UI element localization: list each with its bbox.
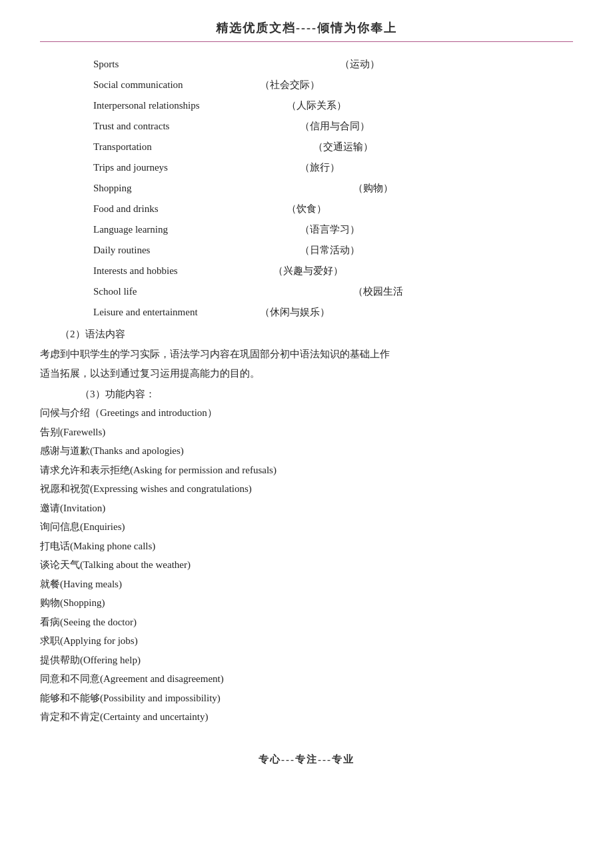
page-container: 精选优质文档----倾情为你奉上 Sports（运动）Social commun…	[0, 0, 613, 868]
topic-cn: （社会交际）	[260, 76, 320, 94]
header-title: 精选优质文档----倾情为你奉上	[40, 20, 573, 36]
func-item: 看病(Seeing the doctor)	[40, 613, 573, 632]
footer-text: 专心---专注---专业	[259, 754, 354, 765]
topic-en: Sports	[93, 55, 240, 73]
func-item: 同意和不同意(Agreement and disagreement)	[40, 669, 573, 689]
topic-en: Food and drinks	[93, 200, 240, 218]
func-item: 邀请(Invitation)	[40, 499, 573, 518]
func-item: 告别(Farewells)	[40, 423, 573, 442]
topic-en: Language learning	[93, 221, 240, 239]
func-item: 感谢与道歉(Thanks and apologies)	[40, 441, 573, 461]
topic-cn: （人际关系）	[287, 97, 346, 115]
topic-cn: （日常活动）	[300, 241, 360, 259]
section2-heading: （2）语法内容	[40, 328, 573, 341]
topic-row: Sports（运动）	[93, 55, 573, 73]
topic-row: Trust and contracts（信用与合同）	[93, 117, 573, 135]
topic-row: Transportation（交通运输）	[93, 138, 573, 156]
topic-cn: （兴趣与爱好）	[273, 262, 343, 280]
topic-en: Transportation	[93, 138, 240, 156]
func-list: 问候与介绍（Greetings and introduction）告别(Fare…	[40, 403, 573, 727]
topic-cn: （信用与合同）	[300, 117, 370, 135]
topic-cn: （校园生活	[353, 283, 403, 301]
topic-cn: （饮食）	[287, 200, 326, 218]
topic-row: Shopping（购物）	[93, 179, 573, 197]
topic-cn: （运动）	[340, 55, 380, 73]
header-section: 精选优质文档----倾情为你奉上	[40, 20, 573, 36]
topic-en: Leisure and entertainment	[93, 303, 240, 321]
topic-cn: （休闲与娱乐）	[260, 303, 330, 321]
func-item: 打电话(Making phone calls)	[40, 537, 573, 556]
topic-en: Trips and journeys	[93, 159, 240, 177]
topic-row: Social communication（社会交际）	[93, 76, 573, 94]
topic-en: Daily routines	[93, 241, 240, 259]
section2-para1: 考虑到中职学生的学习实际，语法学习内容在巩固部分初中语法知识的基础上作 适当拓展…	[40, 345, 573, 383]
topic-en: Trust and contracts	[93, 117, 240, 135]
func-item: 求职(Applying for jobs)	[40, 631, 573, 651]
func-item: 能够和不能够(Possibility and impossibility)	[40, 689, 573, 708]
topic-row: Interpersonal relationships（人际关系）	[93, 97, 573, 115]
topic-en: Interests and hobbies	[93, 262, 240, 280]
topic-cn: （交通运输）	[313, 138, 373, 156]
func-item: 问候与介绍（Greetings and introduction）	[40, 403, 573, 423]
func-item: 请求允许和表示拒绝(Asking for permission and refu…	[40, 461, 573, 480]
func-item: 购物(Shopping)	[40, 593, 573, 613]
topic-list: Sports（运动）Social communication（社会交际）Inte…	[93, 55, 573, 321]
topic-row: Interests and hobbies（兴趣与爱好）	[93, 262, 573, 280]
topic-en: Shopping	[93, 179, 240, 197]
topic-row: School life（校园生活	[93, 283, 573, 301]
topic-cn: （语言学习）	[300, 221, 360, 239]
func-item: 谈论天气(Talking about the weather)	[40, 555, 573, 575]
footer: 专心---专注---专业	[40, 753, 573, 766]
topic-en: Social communication	[93, 76, 240, 94]
topic-en: School life	[93, 283, 240, 301]
func-item: 提供帮助(Offering help)	[40, 651, 573, 670]
topic-row: Trips and journeys（旅行）	[93, 159, 573, 177]
topic-row: Language learning（语言学习）	[93, 221, 573, 239]
func-item: 询问信息(Enquiries)	[40, 517, 573, 537]
section3-heading: （3）功能内容：	[40, 388, 573, 401]
header-divider	[40, 41, 573, 42]
func-item: 肯定和不肯定(Certainty and uncertainty)	[40, 707, 573, 727]
func-item: 祝愿和祝贺(Expressing wishes and congratulati…	[40, 479, 573, 499]
topic-en: Interpersonal relationships	[93, 97, 240, 115]
topic-row: Daily routines（日常活动）	[93, 241, 573, 259]
topic-row: Food and drinks（饮食）	[93, 200, 573, 218]
topic-cn: （购物）	[353, 179, 393, 197]
topic-row: Leisure and entertainment（休闲与娱乐）	[93, 303, 573, 321]
func-item: 就餐(Having meals)	[40, 575, 573, 594]
topic-cn: （旅行）	[300, 159, 340, 177]
